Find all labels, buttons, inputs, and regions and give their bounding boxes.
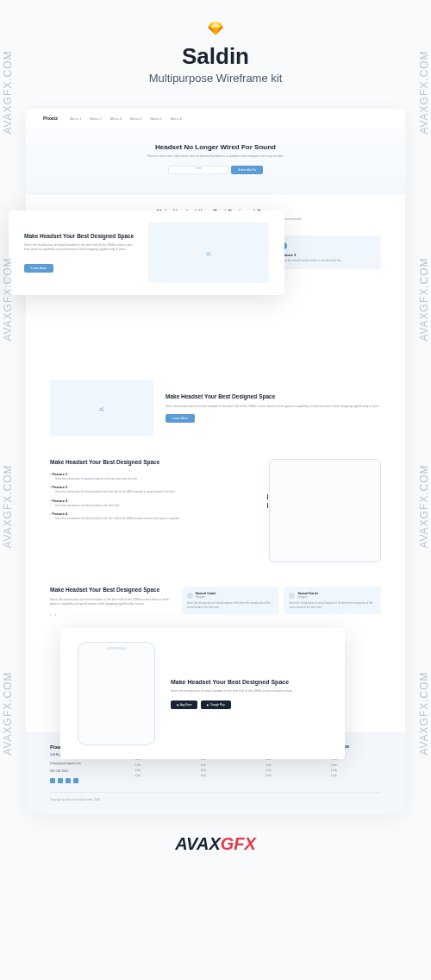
- nav-link[interactable]: Menu 4: [130, 116, 141, 121]
- nav-link[interactable]: Menu 2: [90, 116, 101, 121]
- section-desc: Since the introduction of virtual headse…: [50, 598, 170, 607]
- watermark: AVAXGFX.COM: [2, 50, 14, 134]
- list-item-title: Feature 4: [50, 512, 255, 516]
- card-desc: Since the introduction of virtual headse…: [171, 689, 328, 694]
- watermark: AVAXGFX.COM: [2, 257, 14, 341]
- page-subtitle: Multipurpose Wireframe kit: [0, 72, 431, 85]
- subscribe-button[interactable]: Subscribe Us: [231, 166, 263, 174]
- footer-link[interactable]: Link: [201, 773, 251, 778]
- watermark: AVAXGFX.COM: [417, 671, 429, 755]
- section-desc: Since the introduction of virtual headse…: [166, 405, 381, 409]
- linkedin-icon[interactable]: [66, 778, 71, 783]
- card-title: Make Headset Your Best Designed Space: [24, 233, 134, 240]
- play-icon: ▶: [207, 703, 209, 707]
- twitter-icon[interactable]: [58, 778, 63, 783]
- learn-more-button[interactable]: Learn More: [166, 414, 195, 423]
- facebook-icon[interactable]: [50, 778, 55, 783]
- section-title: Make Headset Your Best Designed Space: [166, 393, 381, 400]
- list-item-desc: Since this introduction of virtual heads…: [55, 504, 255, 508]
- tablet-mockup: [269, 459, 381, 562]
- section-title: Make Headset Your Best Designed Space: [50, 587, 170, 594]
- person-role: Designer: [297, 595, 318, 599]
- list-item-title: Feature 2: [50, 485, 255, 489]
- image-placeholder: [148, 223, 269, 283]
- learn-more-button[interactable]: Learn More: [24, 264, 53, 273]
- apple-icon: ◆: [177, 703, 178, 707]
- email-input[interactable]: email: [168, 166, 228, 174]
- nav-link[interactable]: Menu 5: [150, 116, 161, 121]
- hero-desc: Receive and make calls hands free via bl…: [138, 154, 293, 159]
- footer-phone: 585 281 9942: [50, 770, 120, 775]
- nav-link[interactable]: Menu 6: [171, 116, 182, 121]
- next-arrow-icon[interactable]: ›: [55, 612, 57, 617]
- feature-card: Feature 3 Since this now all surely head…: [275, 236, 381, 270]
- instagram-icon[interactable]: [73, 778, 78, 783]
- feature-desc: Since this now all surely headset in the…: [280, 259, 376, 263]
- section-title: Make Headset Your Best Designed Space: [50, 459, 255, 466]
- avatar: [187, 593, 193, 599]
- watermark: AVAXGFX.COM: [417, 257, 429, 341]
- app-store-button[interactable]: ◆App Store: [171, 700, 197, 709]
- sketch-icon: [208, 21, 223, 36]
- footer-link[interactable]: Link: [331, 773, 381, 778]
- phone-mockup: [78, 642, 155, 745]
- floating-card: Make Headset Your Best Designed Space Si…: [9, 210, 284, 295]
- footer-link[interactable]: Link: [135, 773, 185, 778]
- list-item-desc: Since the introduction of virtual headse…: [55, 490, 255, 494]
- list-item-title: Feature 3: [50, 499, 255, 503]
- list-item-title: Feature 1: [50, 472, 255, 476]
- person-role: Designer: [196, 595, 216, 599]
- testimonial-text: Since the introduction of virtual headse…: [187, 601, 274, 609]
- testimonial-card: Samuel CarterDesigner Since the introduc…: [284, 587, 381, 614]
- copyright: Copyright by pixelz team @yoursidea. 201…: [50, 792, 381, 801]
- avatar: [289, 593, 295, 599]
- watermark: AVAXGFX.COM: [417, 464, 429, 548]
- footer-link[interactable]: Link: [265, 773, 315, 778]
- hero-title: Headset No Longer Wired For Sound: [60, 143, 371, 151]
- testimonial-card: Samuel CarterDesigner Since the introduc…: [182, 587, 279, 614]
- navbar: Pixelz Menu 1 Menu 2 Menu 3 Menu 4 Menu …: [26, 109, 405, 128]
- brand-logo: Pixelz: [43, 116, 58, 121]
- image-placeholder: [50, 380, 153, 437]
- card-title: Make Headset Your Best Designed Space: [171, 678, 328, 686]
- testimonial-text: Since the introduction of virtual headse…: [289, 601, 376, 609]
- nav-link[interactable]: Menu 3: [110, 116, 122, 121]
- card-desc: Since the introduction of virtual headse…: [24, 243, 134, 253]
- site-logo: AVAXGFX: [0, 824, 431, 871]
- prev-arrow-icon[interactable]: ‹: [50, 612, 52, 617]
- google-play-button[interactable]: ▶Google Play: [201, 700, 230, 709]
- feature-title: Feature 3: [280, 253, 376, 257]
- list-item-desc: Since the introduction of headset headse…: [55, 477, 255, 481]
- watermark: AVAXGFX.COM: [2, 671, 14, 755]
- floating-card: Make Headset Your Best Designed Space Si…: [60, 628, 345, 759]
- watermark: AVAXGFX.COM: [417, 50, 429, 134]
- footer-email: hello@pixelsepsal.com: [50, 762, 120, 767]
- list-item-desc: Since this introduction of virtual heads…: [55, 517, 255, 521]
- watermark: AVAXGFX.COM: [2, 464, 14, 548]
- page-title: Saldin: [0, 43, 431, 70]
- nav-link[interactable]: Menu 1: [70, 116, 81, 121]
